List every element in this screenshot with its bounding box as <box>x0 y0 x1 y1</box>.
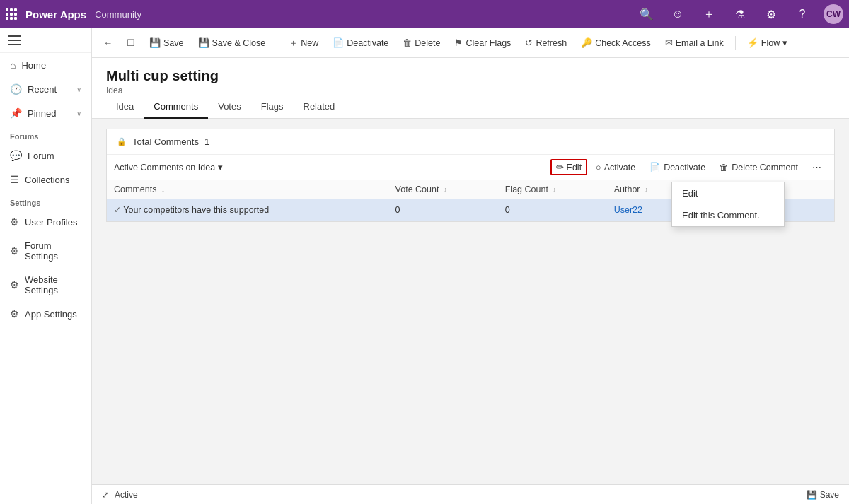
total-comments-label: Total Comments <box>132 136 199 147</box>
sidebar-item-user-profiles[interactable]: ⚙ User Profiles <box>0 210 91 234</box>
sub-toolbar-actions: ✏ Edit ○ Activate 📄 Deactivate 🗑 <box>550 159 827 175</box>
sidebar-item-app-settings[interactable]: ⚙ App Settings <box>0 302 91 326</box>
sidebar-app-settings-label: App Settings <box>25 309 77 320</box>
command-bar: ← ☐ 💾 Save 💾 Save & Close ＋ New 📄 Deacti… <box>92 28 849 58</box>
back-button[interactable]: ← <box>98 35 118 51</box>
check-access-button[interactable]: 🔑 Check Access <box>575 35 657 51</box>
dropdown-item-edit-comment[interactable]: Edit this Comment. <box>672 204 784 226</box>
new-button[interactable]: ＋ New <box>283 34 324 52</box>
activate-button[interactable]: ○ Activate <box>590 160 641 175</box>
sidebar-user-profiles-label: User Profiles <box>25 217 77 228</box>
sub-toolbar: Active Comments on Idea ▾ ✏ Edit ○ Activ… <box>107 155 834 180</box>
status-save-label: Save <box>820 490 839 500</box>
status-save-button[interactable]: 💾 Save <box>807 490 839 500</box>
delete-comment-icon: 🗑 <box>720 163 729 172</box>
forum-icon: 💬 <box>10 150 22 161</box>
save-button[interactable]: 💾 Save <box>144 35 190 51</box>
more-actions-button[interactable]: ⋯ <box>807 159 827 175</box>
cmd-separator-2 <box>735 36 736 50</box>
pinned-icon: 📌 <box>10 107 22 119</box>
deactivate-comment-button[interactable]: 📄 Deactivate <box>644 159 711 175</box>
sidebar-item-forum[interactable]: 💬 Forum <box>0 143 91 168</box>
tab-related[interactable]: Related <box>294 95 345 119</box>
vote-count-sort-icon[interactable]: ↕ <box>444 186 447 194</box>
tab-idea[interactable]: Idea <box>106 95 144 119</box>
status-save-icon: 💾 <box>807 490 817 500</box>
clear-flags-icon: ⚑ <box>454 37 463 48</box>
flow-button[interactable]: ⚡ Flow ▾ <box>741 35 793 51</box>
recent-icon: 🕐 <box>10 83 22 95</box>
help-icon[interactable]: ? <box>792 4 812 24</box>
active-comments-text: Active Comments on Idea <box>114 163 215 172</box>
email-link-label: Email a Link <box>676 38 724 48</box>
delete-label: Delete <box>415 38 440 48</box>
activate-label: Activate <box>604 163 635 172</box>
settings-icon[interactable]: ⚙ <box>761 4 781 24</box>
hamburger-row <box>0 28 91 53</box>
filter-icon[interactable]: ⚗ <box>730 4 750 24</box>
email-link-button[interactable]: ✉ Email a Link <box>659 35 729 51</box>
sidebar-pinned-label: Pinned <box>28 108 56 119</box>
new-icon: ＋ <box>289 37 298 49</box>
forums-section-label: Forums <box>0 125 91 143</box>
active-comments-label[interactable]: Active Comments on Idea ▾ <box>114 162 223 172</box>
deactivate-button[interactable]: 📄 Deactivate <box>327 35 394 51</box>
hamburger-icon[interactable] <box>8 35 83 45</box>
sidebar-item-home[interactable]: ⌂ Home <box>0 53 91 77</box>
row-flag-count: 0 <box>498 199 607 221</box>
edit-label: Edit <box>567 163 582 172</box>
back-icon: ← <box>103 37 112 48</box>
deactivate-icon: 📄 <box>333 37 344 48</box>
sidebar-item-forum-settings[interactable]: ⚙ Forum Settings <box>0 234 91 268</box>
community-label: Community <box>95 9 142 20</box>
search-icon[interactable]: 🔍 <box>637 4 657 24</box>
expand-icon[interactable]: ⤢ <box>102 490 109 500</box>
flow-label: Flow <box>761 38 780 48</box>
email-icon: ✉ <box>665 37 673 48</box>
clear-flags-button[interactable]: ⚑ Clear Flags <box>449 35 516 51</box>
top-navigation: Power Apps Community 🔍 ☺ ＋ ⚗ ⚙ ? CW <box>0 0 849 28</box>
collections-icon: ☰ <box>10 174 19 185</box>
avatar[interactable]: CW <box>824 4 843 24</box>
plus-icon[interactable]: ＋ <box>699 4 719 24</box>
top-nav-left: Power Apps Community <box>6 8 142 20</box>
panel-card: 🔒 Total Comments 1 Active Comments on Id… <box>106 129 835 222</box>
home-icon: ⌂ <box>10 59 16 71</box>
recent-chevron-icon: ∨ <box>76 86 81 93</box>
sidebar-item-recent[interactable]: 🕐 Recent ∨ <box>0 77 91 101</box>
settings-section-label: Settings <box>0 192 91 210</box>
edit-pencil-icon: ✏ <box>556 162 564 172</box>
vote-count-col-label: Vote Count <box>395 184 439 194</box>
sidebar-website-settings-label: Website Settings <box>25 274 81 295</box>
page-header: Multi cup setting Idea <box>92 58 849 95</box>
refresh-button[interactable]: ↺ Refresh <box>519 35 572 51</box>
sidebar-item-website-settings[interactable]: ⚙ Website Settings <box>0 268 91 302</box>
bookmark-record-button[interactable]: ☐ <box>121 35 141 51</box>
lock-icon: 🔒 <box>117 137 127 146</box>
delete-comment-button[interactable]: 🗑 Delete Comment <box>714 160 804 175</box>
comments-col-label: Comments <box>114 184 156 194</box>
dropdown-item-edit[interactable]: Edit <box>672 182 784 204</box>
website-settings-icon: ⚙ <box>10 279 19 291</box>
page-title: Multi cup setting <box>106 68 835 84</box>
refresh-label: Refresh <box>536 38 567 48</box>
save-close-icon: 💾 <box>198 37 209 48</box>
delete-button[interactable]: 🗑 Delete <box>397 35 446 51</box>
sidebar-item-collections[interactable]: ☰ Collections <box>0 168 91 192</box>
save-close-button[interactable]: 💾 Save & Close <box>192 35 272 51</box>
author-sort-icon[interactable]: ↕ <box>645 186 648 194</box>
forum-settings-icon: ⚙ <box>10 245 19 257</box>
app-name: Power Apps <box>25 8 86 20</box>
tab-votes[interactable]: Votes <box>208 95 251 119</box>
edit-button[interactable]: ✏ Edit <box>550 159 588 175</box>
flag-count-sort-icon[interactable]: ↕ <box>553 186 556 194</box>
bookmark-icon[interactable]: ☺ <box>668 4 688 24</box>
grid-icon[interactable] <box>6 8 17 20</box>
comments-sort-icon[interactable]: ↓ <box>161 186 165 194</box>
check-access-icon: 🔑 <box>581 37 592 48</box>
save-icon: 💾 <box>149 37 161 48</box>
tab-comments[interactable]: Comments <box>144 95 208 119</box>
refresh-icon: ↺ <box>525 37 533 48</box>
sidebar-item-pinned[interactable]: 📌 Pinned ∨ <box>0 101 91 125</box>
tab-flags[interactable]: Flags <box>251 95 294 119</box>
